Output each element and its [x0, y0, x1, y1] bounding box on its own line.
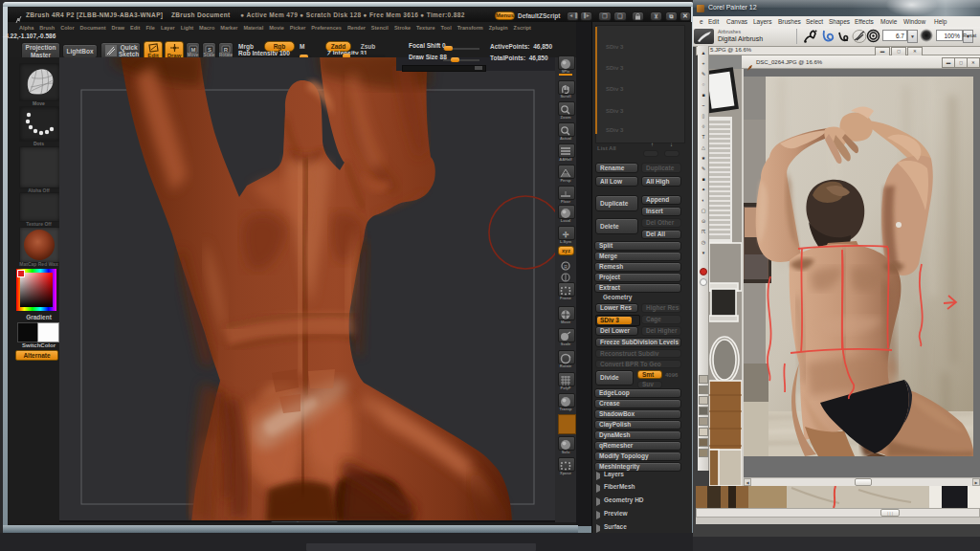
svg-text:S: S: [207, 47, 211, 53]
svg-text:R: R: [224, 47, 229, 53]
svg-text:✢: ✢: [563, 231, 569, 239]
svg-text:M: M: [190, 47, 195, 53]
